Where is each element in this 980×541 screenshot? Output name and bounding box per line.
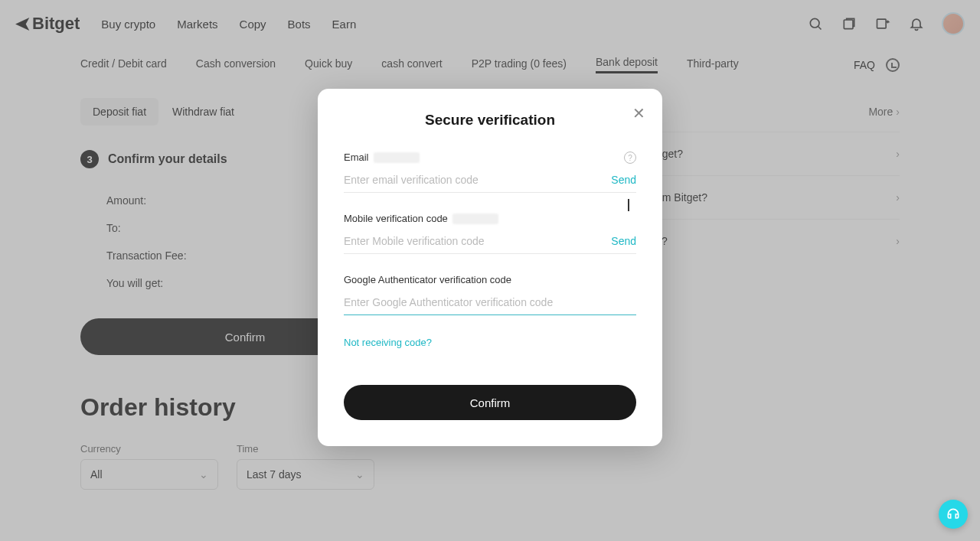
mobile-group: Mobile verification code Send <box>344 213 636 254</box>
secure-verification-modal: ✕ Secure verification Email ? Send Mobil… <box>318 89 662 446</box>
masked-mobile <box>452 213 498 224</box>
ga-label: Google Authenticator verification code <box>344 274 636 285</box>
modal-confirm-label: Confirm <box>470 396 511 409</box>
mobile-label-text: Mobile verification code <box>344 213 448 224</box>
email-group: Email ? Send <box>344 152 636 193</box>
ga-group: Google Authenticator verification code <box>344 274 636 315</box>
help-icon[interactable]: ? <box>624 152 636 164</box>
headset-icon <box>946 507 961 522</box>
mobile-input-row: Send <box>344 227 636 254</box>
send-mobile-code[interactable]: Send <box>603 235 636 247</box>
close-icon[interactable]: ✕ <box>632 104 645 122</box>
ga-code-input[interactable] <box>344 296 636 308</box>
text-cursor <box>628 199 629 211</box>
masked-email <box>374 152 420 163</box>
email-label: Email <box>344 152 636 163</box>
mobile-code-input[interactable] <box>344 235 603 247</box>
modal-title: Secure verification <box>344 112 636 129</box>
not-receiving-link[interactable]: Not receiving code? <box>344 337 432 348</box>
email-label-text: Email <box>344 152 369 163</box>
email-input-row: Send <box>344 166 636 193</box>
support-bubble[interactable] <box>939 500 968 529</box>
send-email-code[interactable]: Send <box>603 174 636 186</box>
ga-input-row <box>344 288 636 315</box>
mobile-label: Mobile verification code <box>344 213 636 224</box>
email-code-input[interactable] <box>344 174 603 186</box>
modal-confirm-button[interactable]: Confirm <box>344 385 636 420</box>
modal-overlay: ✕ Secure verification Email ? Send Mobil… <box>0 0 980 541</box>
